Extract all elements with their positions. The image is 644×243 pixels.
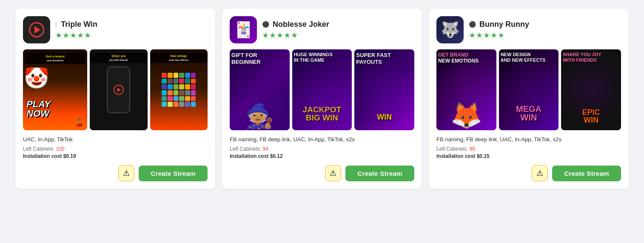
create-stream-button-triple-win[interactable]: Create Stream — [139, 166, 208, 181]
ss3-main: New design — [151, 54, 206, 58]
warning-icon-noblesse: ⚠ — [330, 169, 336, 178]
grid-cell — [191, 102, 196, 107]
footer-bunny: ⚠ Create Stream — [436, 165, 621, 181]
grid-cell — [191, 84, 196, 89]
meta-cabinets-noblesse: Left Cabinets: 94 — [230, 146, 414, 152]
app-header-bunny: 🐺 ⚫ Bunny Runny ★★★★★ — [436, 16, 621, 43]
grid-cell — [191, 73, 196, 78]
create-stream-button-noblesse[interactable]: Create Stream — [345, 166, 414, 181]
grid-cell — [162, 96, 167, 101]
tags-bunny: FB naming, FB deep link, UAC, In-App, Ti… — [436, 136, 621, 143]
warning-icon: ⚠ — [123, 169, 130, 178]
cost-value: $0.15 — [477, 153, 490, 159]
stars-bunny: ★★★★★ — [469, 31, 529, 40]
grid-cell — [162, 102, 167, 107]
app-info-triple-win:  Triple Win ★★★★★ — [55, 20, 97, 40]
card-bunny-runny: 🐺 ⚫ Bunny Runny ★★★★★ GET BRANDNEW EMOTI… — [429, 9, 629, 189]
screenshot-3-bunny: SHARE YOU JOYWITH FRIENDS EPICWIN — [561, 49, 621, 130]
apple-icon:  — [55, 21, 57, 28]
grid-cell — [185, 73, 190, 78]
screenshot-2-triple-win: Share you joy with friends — [90, 49, 147, 130]
joker-glow — [230, 90, 290, 130]
tags-text-noblesse: FB naming, FB deep link, UAC, In-App, Ti… — [230, 136, 355, 143]
warning-button-noblesse[interactable]: ⚠ — [325, 165, 341, 181]
circle-icon-bunny: ⚫ — [469, 21, 476, 28]
screenshot-2-bunny: NEW DESIGNAND NEW EFFECTS MEGAWIN — [499, 49, 559, 130]
grid-cell — [168, 102, 173, 107]
ss1-label-triple: Get a brand new emotions — [25, 53, 85, 64]
app-title-row:  Triple Win — [55, 20, 97, 29]
screenshot-3-triple-win: New design and new effects — [150, 49, 208, 130]
card-triple-win:  Triple Win ★★★★★ Get a brand new emoti… — [15, 9, 215, 189]
stars-triple-win: ★★★★★ — [55, 31, 97, 40]
grid-cell — [185, 79, 190, 84]
grid-cell — [162, 73, 167, 78]
play-now-text: PLAYNOW — [26, 100, 51, 118]
card-noblesse-joker: 🃏 ⚫ Noblesse Joker ★★★★★ GIFT FORBEGINNE… — [222, 9, 422, 189]
meta-cabinets-triple-win: Left Cabinets: 100 — [23, 146, 208, 152]
tags-noblesse: FB naming, FB deep link, UAC, In-App, Ti… — [230, 136, 414, 143]
grid-cell — [179, 84, 184, 89]
phone-outline-icon — [107, 66, 130, 113]
tags-text-bunny: FB naming, FB deep link, UAC, In-App, Ti… — [436, 136, 561, 143]
grid-cell — [185, 90, 190, 95]
grid-cell — [191, 96, 196, 101]
app-header-triple-win:  Triple Win ★★★★★ — [23, 16, 208, 43]
left-cabinets-label: Left Cabinets: — [436, 146, 469, 152]
warning-button-bunny[interactable]: ⚠ — [532, 165, 548, 181]
app-header-noblesse: 🃏 ⚫ Noblesse Joker ★★★★★ — [230, 16, 414, 43]
cherry-icon: 🍒 — [75, 119, 84, 127]
screenshots-bunny: GET BRANDNEW EMOTIONS 🦊 NEW DESIGNAND NE… — [436, 49, 621, 130]
app-info-noblesse: ⚫ Noblesse Joker ★★★★★ — [262, 20, 329, 40]
create-stream-button-bunny[interactable]: Create Stream — [552, 166, 621, 181]
play-button-icon — [29, 22, 44, 37]
grid-cell — [174, 96, 179, 101]
grid-cell — [168, 79, 173, 84]
glow-bunny1 — [436, 49, 496, 130]
grid-cell — [174, 73, 179, 78]
footer-noblesse: ⚠ Create Stream — [230, 165, 414, 181]
grid-cell — [162, 84, 167, 89]
meta-cabinets-bunny: Left Cabinets: 90 — [436, 146, 621, 152]
app-icon-triple-win — [23, 16, 50, 43]
app-name-noblesse: Noblesse Joker — [273, 20, 329, 29]
app-info-bunny: ⚫ Bunny Runny ★★★★★ — [469, 20, 529, 40]
grid-cell — [168, 90, 173, 95]
grid-cell — [185, 96, 190, 101]
grid-cell — [179, 102, 184, 107]
ss3-label-triple: New design and new effects — [150, 53, 208, 63]
warning-icon-bunny: ⚠ — [536, 169, 543, 178]
grid-cell — [168, 84, 173, 89]
cost-value: $0.12 — [270, 153, 283, 159]
screenshot-2-noblesse: HUGE WINNINGSIN THE GAME JACKPOTBIG WIN — [292, 49, 352, 130]
tags-triple-win: UAC, In-App, TikTok — [23, 136, 208, 143]
screenshot-1-triple-win: Get a brand new emotions 🤡 PLAYNOW 🍒 — [23, 49, 87, 130]
cards-container:  Triple Win ★★★★★ Get a brand new emoti… — [9, 9, 635, 189]
glow-bunny3 — [561, 49, 621, 130]
grid-cell — [174, 79, 179, 84]
left-cabinets-value: 100 — [56, 146, 64, 152]
glow-bunny2 — [499, 49, 559, 130]
grid-cell — [162, 79, 167, 84]
screenshot-1-bunny: GET BRANDNEW EMOTIONS 🦊 — [436, 49, 496, 130]
cost-label: Installation cost — [23, 153, 63, 159]
app-title-row-bunny: ⚫ Bunny Runny — [469, 20, 529, 29]
grid-cell — [179, 73, 184, 78]
app-name-triple-win: Triple Win — [61, 20, 97, 29]
grid-cell — [179, 79, 184, 84]
left-cabinets-value: 94 — [262, 146, 268, 152]
wolf-emoji-icon: 🐺 — [441, 21, 460, 39]
screenshots-triple-win: Get a brand new emotions 🤡 PLAYNOW 🍒 Sha… — [23, 49, 208, 130]
ss2-sub: joy with friends — [91, 58, 146, 62]
grid-cell — [191, 90, 196, 95]
cost-noblesse: Installation cost $0.12 — [230, 153, 414, 159]
cost-triple-win: Installation cost $0.19 — [23, 153, 208, 159]
grid-cell — [179, 96, 184, 101]
cost-bunny: Installation cost $0.15 — [436, 153, 621, 159]
warning-button-triple-win[interactable]: ⚠ — [118, 165, 134, 181]
grid-cell — [174, 84, 179, 89]
grid-cell — [174, 102, 179, 107]
ss3-sub: and new effects — [151, 58, 206, 62]
stars-noblesse: ★★★★★ — [262, 31, 329, 40]
grid-cell — [185, 84, 190, 89]
